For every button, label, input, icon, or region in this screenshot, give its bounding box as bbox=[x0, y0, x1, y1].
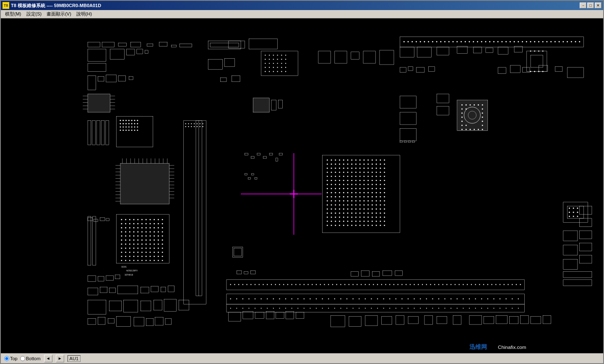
svg-point-263 bbox=[351, 196, 352, 198]
menu-view[interactable]: 畫面顯示(V) bbox=[44, 10, 74, 18]
svg-point-256 bbox=[384, 192, 385, 193]
svg-point-784 bbox=[146, 256, 147, 257]
svg-point-552 bbox=[275, 284, 276, 285]
svg-point-445 bbox=[269, 67, 270, 68]
svg-point-433 bbox=[269, 59, 270, 60]
svg-point-104 bbox=[194, 123, 195, 124]
svg-point-572 bbox=[357, 284, 357, 285]
svg-rect-535 bbox=[279, 153, 283, 155]
svg-point-331 bbox=[384, 213, 385, 214]
minimize-button[interactable]: － bbox=[580, 3, 586, 8]
svg-point-541 bbox=[230, 284, 231, 285]
svg-rect-876 bbox=[580, 206, 592, 214]
svg-point-489 bbox=[478, 129, 479, 130]
svg-rect-4 bbox=[147, 44, 153, 46]
svg-point-274 bbox=[335, 200, 336, 202]
svg-point-833 bbox=[346, 308, 347, 309]
svg-rect-16 bbox=[106, 75, 116, 82]
svg-point-864 bbox=[569, 208, 570, 209]
svg-point-609 bbox=[508, 284, 508, 285]
svg-rect-494 bbox=[400, 112, 417, 125]
svg-point-649 bbox=[444, 298, 445, 299]
svg-point-733 bbox=[162, 235, 163, 237]
svg-point-145 bbox=[359, 164, 361, 165]
svg-point-204 bbox=[355, 180, 357, 181]
svg-point-789 bbox=[121, 260, 122, 261]
svg-point-189 bbox=[355, 176, 357, 177]
maximize-button[interactable]: □ bbox=[587, 3, 594, 8]
svg-point-469 bbox=[469, 104, 471, 106]
svg-point-411 bbox=[538, 41, 539, 42]
svg-point-748 bbox=[133, 244, 135, 245]
svg-point-345 bbox=[380, 216, 381, 218]
svg-point-363 bbox=[331, 225, 332, 226]
svg-point-318 bbox=[331, 213, 332, 214]
next-button[interactable]: ► bbox=[56, 355, 64, 362]
svg-point-207 bbox=[367, 180, 369, 181]
svg-point-255 bbox=[380, 192, 381, 193]
pcb-canvas-area[interactable]: BIOS W25Q128FV 1EF4018 bbox=[1, 18, 603, 353]
svg-rect-902 bbox=[151, 286, 159, 292]
svg-point-193 bbox=[372, 176, 373, 177]
svg-point-143 bbox=[351, 164, 352, 165]
svg-point-550 bbox=[267, 284, 268, 285]
svg-point-150 bbox=[380, 164, 381, 165]
svg-point-305 bbox=[339, 208, 340, 210]
svg-rect-888 bbox=[351, 271, 359, 276]
svg-point-567 bbox=[336, 284, 337, 285]
svg-point-781 bbox=[133, 256, 135, 257]
svg-point-626 bbox=[304, 298, 305, 299]
svg-point-640 bbox=[389, 298, 390, 299]
svg-point-306 bbox=[343, 208, 344, 210]
svg-point-56 bbox=[131, 130, 133, 131]
svg-point-373 bbox=[372, 225, 373, 226]
top-layer-label[interactable]: Top bbox=[4, 356, 18, 361]
menu-settings[interactable]: 設定(S) bbox=[24, 10, 44, 18]
svg-rect-529 bbox=[245, 153, 248, 155]
svg-point-622 bbox=[279, 298, 280, 299]
svg-point-736 bbox=[129, 239, 130, 241]
svg-rect-425 bbox=[261, 51, 298, 75]
svg-point-187 bbox=[347, 176, 349, 177]
menu-model[interactable]: 棋型(M) bbox=[3, 10, 24, 18]
close-button[interactable]: ✕ bbox=[595, 3, 601, 8]
bottom-radio[interactable] bbox=[20, 356, 25, 361]
svg-point-394 bbox=[469, 41, 470, 42]
svg-point-359 bbox=[376, 221, 377, 222]
svg-point-454 bbox=[281, 71, 282, 72]
svg-point-562 bbox=[316, 284, 317, 285]
svg-point-840 bbox=[389, 308, 390, 309]
svg-point-264 bbox=[355, 196, 357, 198]
svg-point-399 bbox=[489, 41, 490, 42]
svg-rect-914 bbox=[108, 318, 115, 323]
svg-point-799 bbox=[162, 260, 163, 261]
svg-point-582 bbox=[398, 284, 398, 285]
svg-point-215 bbox=[339, 184, 340, 185]
svg-point-54 bbox=[125, 130, 127, 131]
svg-point-713 bbox=[125, 231, 126, 233]
svg-point-50 bbox=[134, 126, 135, 127]
svg-point-711 bbox=[162, 227, 163, 229]
svg-point-546 bbox=[250, 284, 251, 285]
top-radio[interactable] bbox=[4, 356, 9, 361]
svg-point-421 bbox=[579, 41, 580, 42]
svg-point-631 bbox=[334, 298, 335, 299]
svg-point-555 bbox=[287, 284, 288, 285]
svg-point-574 bbox=[365, 284, 366, 285]
svg-point-131 bbox=[363, 159, 364, 161]
menu-help[interactable]: 說明(H) bbox=[74, 10, 94, 18]
svg-point-449 bbox=[285, 67, 286, 68]
svg-point-408 bbox=[526, 41, 527, 42]
svg-rect-896 bbox=[412, 141, 415, 143]
svg-point-358 bbox=[372, 221, 373, 222]
prev-button[interactable]: ◄ bbox=[44, 355, 52, 362]
bottom-layer-label[interactable]: Bottom bbox=[20, 356, 41, 361]
svg-rect-925 bbox=[531, 316, 541, 324]
svg-point-330 bbox=[380, 213, 381, 214]
svg-point-641 bbox=[396, 298, 396, 299]
svg-point-293 bbox=[351, 204, 352, 205]
svg-point-595 bbox=[450, 284, 451, 285]
svg-point-719 bbox=[150, 231, 151, 233]
svg-rect-809 bbox=[88, 276, 96, 282]
svg-point-301 bbox=[384, 204, 385, 205]
